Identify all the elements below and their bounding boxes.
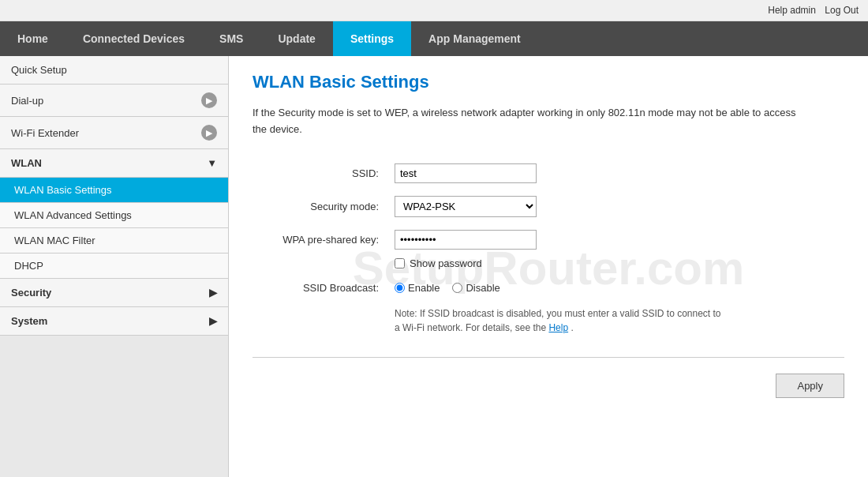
sidebar-sub-wlan-basic[interactable]: WLAN Basic Settings <box>0 178 228 203</box>
top-bar: Help admin Log Out <box>0 0 868 21</box>
main-layout: Quick Setup Dial-up ▶ Wi-Fi Extender ▶ W… <box>0 56 868 477</box>
sidebar-sub-wlan-mac-filter[interactable]: WLAN MAC Filter <box>0 228 228 254</box>
disable-radio-label[interactable]: Disable <box>452 282 499 294</box>
nav-sms[interactable]: SMS <box>202 21 260 56</box>
security-mode-select[interactable]: None WEP WPA-PSK WPA2-PSK <box>395 196 537 217</box>
enable-radio-label[interactable]: Enable <box>395 282 440 294</box>
info-text: If the Security mode is set to WEP, a wi… <box>253 105 805 138</box>
wpa-key-label: WPA pre-shared key: <box>253 223 387 256</box>
ssid-broadcast-label: SSID Broadcast: <box>253 276 387 300</box>
sidebar-item-wlan[interactable]: WLAN ▼ <box>0 149 228 178</box>
wifi-extender-chevron: ▶ <box>201 125 217 141</box>
security-chevron: ▶ <box>209 287 217 299</box>
nav-app-management[interactable]: App Management <box>411 21 538 56</box>
enable-radio[interactable] <box>395 283 405 293</box>
nav-connected-devices[interactable]: Connected Devices <box>65 21 202 56</box>
nav-home[interactable]: Home <box>0 21 65 56</box>
sidebar-item-quick-setup[interactable]: Quick Setup <box>0 56 228 85</box>
logout-link[interactable]: Log Out <box>825 5 859 16</box>
nav-bar: Home Connected Devices SMS Update Settin… <box>0 21 868 56</box>
wpa-key-input[interactable] <box>395 230 537 250</box>
wpa-key-row: WPA pre-shared key: <box>253 223 844 256</box>
apply-btn-row: Apply <box>253 374 844 398</box>
ssid-broadcast-radio-group: Enable Disable <box>395 282 836 294</box>
ssid-input[interactable] <box>395 163 537 183</box>
nav-update[interactable]: Update <box>260 21 332 56</box>
admin-label: admin <box>790 5 816 16</box>
content-inner: WLAN Basic Settings If the Security mode… <box>253 72 844 398</box>
security-mode-row: Security mode: None WEP WPA-PSK WPA2-PSK <box>253 190 844 223</box>
help-link[interactable]: Help <box>548 322 568 333</box>
system-chevron: ▶ <box>209 315 217 327</box>
show-password-row: Show password <box>253 256 844 276</box>
form-table: SSID: Security mode: None WEP WPA-PSK WP… <box>253 157 844 341</box>
ssid-broadcast-row: SSID Broadcast: Enable Disable <box>253 276 844 300</box>
wlan-chevron: ▼ <box>207 157 217 169</box>
content-area: SetupRouter.com WLAN Basic Settings If t… <box>229 56 868 477</box>
ssid-label: SSID: <box>253 157 387 190</box>
ssid-row: SSID: <box>253 157 844 190</box>
note-row: Note: If SSID broadcast is disabled, you… <box>253 300 844 341</box>
security-mode-label: Security mode: <box>253 190 387 223</box>
show-password-label[interactable]: Show password <box>395 257 836 269</box>
apply-button[interactable]: Apply <box>776 374 844 398</box>
sidebar-sub-wlan-advanced[interactable]: WLAN Advanced Settings <box>0 203 228 228</box>
page-title: WLAN Basic Settings <box>253 72 844 92</box>
sidebar-item-dialup[interactable]: Dial-up ▶ <box>0 85 228 117</box>
sidebar: Quick Setup Dial-up ▶ Wi-Fi Extender ▶ W… <box>0 56 229 477</box>
disable-radio[interactable] <box>452 283 462 293</box>
help-link[interactable]: Help <box>768 5 788 16</box>
sidebar-item-security[interactable]: Security ▶ <box>0 279 228 307</box>
sidebar-item-system[interactable]: System ▶ <box>0 307 228 336</box>
dialup-chevron: ▶ <box>201 92 217 108</box>
note-text: Note: If SSID broadcast is disabled, you… <box>395 306 726 335</box>
divider <box>253 357 844 358</box>
sidebar-item-wifi-extender[interactable]: Wi-Fi Extender ▶ <box>0 117 228 149</box>
sidebar-sub-dhcp[interactable]: DHCP <box>0 254 228 279</box>
nav-settings[interactable]: Settings <box>333 21 411 56</box>
show-password-checkbox[interactable] <box>395 258 405 269</box>
